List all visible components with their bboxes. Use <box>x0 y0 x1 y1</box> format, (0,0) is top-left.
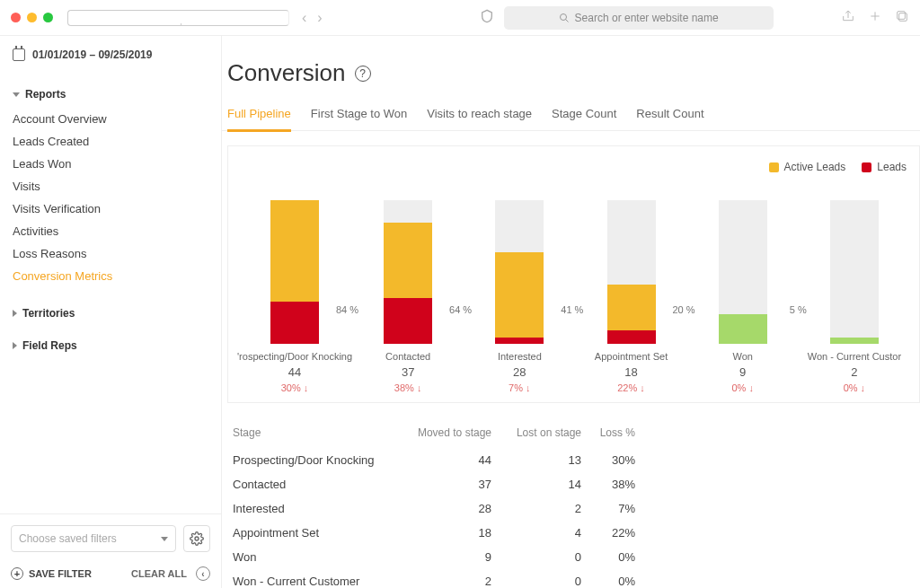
sidebar-item-leads-created[interactable]: Leads Created <box>13 130 208 153</box>
conversion-pct-label: 5 % <box>790 304 807 315</box>
filter-settings-button[interactable] <box>183 525 210 552</box>
sidebar-item-conversion-metrics[interactable]: Conversion Metrics <box>13 265 208 287</box>
sidebar-item-visits-verification[interactable]: Visits Verification <box>13 197 208 220</box>
forward-button[interactable]: › <box>314 10 325 26</box>
cell-lost: 0 <box>502 569 592 588</box>
window-controls <box>11 13 53 22</box>
maximize-window-icon[interactable] <box>43 13 53 22</box>
conversion-pct-label: 84 % <box>336 304 358 315</box>
table-row: Appointment Set18422% <box>233 521 646 545</box>
stage-name-label: Interested <box>498 351 542 362</box>
section-title: Field Reps <box>22 339 77 352</box>
nav-arrows: ‹ › <box>298 10 326 26</box>
stage-count-label: 9 <box>731 362 753 379</box>
sidebar-item-visits[interactable]: Visits <box>13 175 208 197</box>
svg-rect-4 <box>899 13 907 22</box>
saved-filters-select[interactable]: Choose saved filters <box>11 525 176 552</box>
sidebar-section-field-reps[interactable]: Field Reps <box>13 334 208 357</box>
cell-moved: 28 <box>412 496 502 521</box>
stage-name-label: Won - Current Custor <box>808 351 901 362</box>
tab-result-count[interactable]: Result Count <box>636 101 703 132</box>
cell-loss-pct: 0% <box>592 545 646 569</box>
cell-loss-pct: 0% <box>592 569 646 588</box>
table-row: Interested2827% <box>233 496 646 521</box>
back-button[interactable]: ‹ <box>298 10 310 26</box>
sidebar-item-activities[interactable]: Activities <box>13 220 208 242</box>
help-icon[interactable]: ? <box>355 66 371 82</box>
chart-bar[interactable] <box>719 200 767 344</box>
tab-first-stage-to-won[interactable]: First Stage to Won <box>311 101 407 132</box>
stage-name-label: 'rospecting/Door Knocking <box>237 351 352 362</box>
sidebar: 01/01/2019 – 09/25/2019 Reports Account … <box>0 36 222 588</box>
chart-bar[interactable] <box>270 200 319 344</box>
sidebar-item-leads-won[interactable]: Leads Won <box>13 153 208 175</box>
address-bar[interactable]: Search or enter website name <box>504 6 774 30</box>
chart-bar[interactable] <box>830 200 879 344</box>
save-filter-button[interactable]: + SAVE FILTER <box>11 567 92 580</box>
date-range-picker[interactable]: 01/01/2019 – 09/25/2019 <box>0 48 221 74</box>
tab-full-pipeline[interactable]: Full Pipeline <box>227 101 291 132</box>
cell-lost: 2 <box>502 496 592 521</box>
table-header-row: Stage Moved to stage Lost on stage Loss … <box>233 421 646 448</box>
cell-loss-pct: 7% <box>592 496 646 521</box>
conversion-pct-label: 20 % <box>672 304 694 315</box>
minimize-window-icon[interactable] <box>27 13 37 22</box>
chart-column: 84 %'rospecting/Door Knocking4430% ↓ <box>237 182 352 393</box>
stage-count-label: 2 <box>808 362 901 379</box>
stage-count-label: 44 <box>237 362 352 379</box>
sidebar-section-reports[interactable]: Reports <box>13 83 208 106</box>
privacy-shield-icon[interactable] <box>479 9 495 26</box>
th-moved: Moved to stage <box>412 421 502 448</box>
cell-stage: Prospecting/Door Knocking <box>233 448 412 472</box>
stage-count-label: 37 <box>385 362 430 379</box>
cell-loss-pct: 38% <box>592 472 646 496</box>
tabs-icon[interactable] <box>895 9 909 26</box>
svg-point-6 <box>195 537 199 540</box>
chart-bar[interactable] <box>495 200 544 344</box>
stage-name-label: Won <box>731 351 753 362</box>
sidebar-item-loss-reasons[interactable]: Loss Reasons <box>13 242 208 265</box>
stage-loss-label: 7% ↓ <box>498 379 542 393</box>
stage-name-label: Appointment Set <box>595 351 668 362</box>
caret-right-icon <box>13 342 17 349</box>
cell-loss-pct: 22% <box>592 521 646 545</box>
stage-count-label: 28 <box>498 362 542 379</box>
filter-placeholder: Choose saved filters <box>19 532 117 545</box>
cell-lost: 14 <box>502 472 592 496</box>
caret-right-icon <box>13 310 17 317</box>
table-row: Won - Current Customer200% <box>233 569 646 588</box>
cell-lost: 4 <box>502 521 592 545</box>
cell-lost: 0 <box>502 545 592 569</box>
svg-line-1 <box>565 19 568 22</box>
chart-bar[interactable] <box>384 200 432 344</box>
tab-stage-count[interactable]: Stage Count <box>552 101 616 132</box>
cell-moved: 9 <box>412 545 502 569</box>
share-icon[interactable] <box>841 9 855 26</box>
page-title: Conversion <box>227 59 346 87</box>
save-filter-label: SAVE FILTER <box>29 568 92 579</box>
cell-moved: 2 <box>412 569 502 588</box>
chart-bar[interactable] <box>607 200 656 344</box>
date-range-label: 01/01/2019 – 09/25/2019 <box>32 48 152 61</box>
chart-column: Won - Current Custor20% ↓ <box>799 182 910 393</box>
chart-column: 5 %Won90% ↓ <box>687 182 799 393</box>
stage-loss-label: 30% ↓ <box>237 379 352 393</box>
cell-moved: 18 <box>412 521 502 545</box>
stage-count-label: 18 <box>595 362 668 379</box>
conversion-pct-label: 64 % <box>449 304 472 315</box>
th-stage: Stage <box>233 421 412 448</box>
collapse-sidebar-button[interactable]: ‹ <box>196 566 210 581</box>
new-tab-icon[interactable] <box>868 9 882 26</box>
funnel-chart: 84 %'rospecting/Door Knocking4430% ↓64 %… <box>237 173 910 393</box>
sidebar-item-account-overview[interactable]: Account Overview <box>13 108 208 130</box>
th-lost: Lost on stage <box>502 421 592 448</box>
tab-visits-to-reach-stage[interactable]: Visits to reach stage <box>427 101 532 132</box>
close-window-icon[interactable] <box>11 13 21 22</box>
sidebar-section-territories[interactable]: Territories <box>13 302 208 325</box>
clear-all-button[interactable]: CLEAR ALL <box>131 568 187 579</box>
svg-point-0 <box>560 13 566 20</box>
sidebar-toggle-icon[interactable] <box>67 10 289 26</box>
stage-loss-label: 38% ↓ <box>385 379 430 393</box>
cell-stage: Won - Current Customer <box>233 569 412 588</box>
cell-stage: Contacted <box>233 472 412 496</box>
